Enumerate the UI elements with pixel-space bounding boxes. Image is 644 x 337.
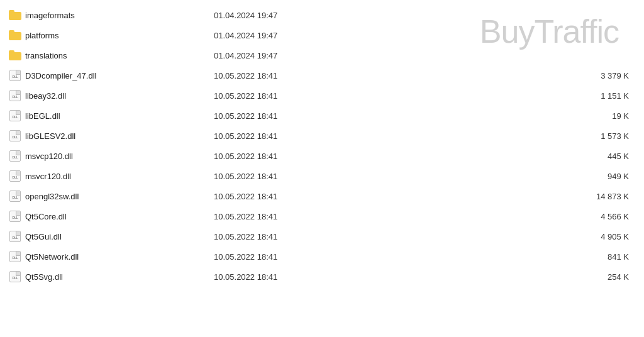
file-name: platforms: [25, 31, 214, 40]
table-row[interactable]: DLLQt5Network.dll10.05.2022 18:41841 K: [0, 246, 644, 267]
dll-icon: DLL: [9, 150, 21, 162]
file-date: 10.05.2022 18:41: [214, 252, 340, 262]
dll-icon: DLL: [9, 250, 21, 263]
table-row[interactable]: DLLlibeay32.dll10.05.2022 18:411 151 K: [0, 86, 644, 106]
dll-icon: DLL: [9, 89, 21, 102]
dll-icon: DLL: [9, 230, 21, 243]
file-name: Qt5Gui.dll: [25, 232, 214, 241]
file-name: libEGL.dll: [25, 111, 214, 121]
file-date: 01.04.2024 19:47: [214, 11, 340, 20]
dll-icon: DLL: [9, 190, 21, 202]
folder-icon: [9, 30, 21, 40]
file-date: 10.05.2022 18:41: [214, 131, 340, 141]
table-row[interactable]: DLLlibGLESV2.dll10.05.2022 18:411 573 K: [0, 126, 644, 146]
file-name: libeay32.dll: [25, 91, 214, 101]
file-date: 01.04.2024 19:47: [214, 51, 340, 60]
dll-icon: DLL: [9, 170, 21, 182]
file-size: 254 K: [340, 272, 639, 282]
file-list: imageformats01.04.2024 19:47platforms01.…: [0, 0, 644, 292]
file-date: 10.05.2022 18:41: [214, 91, 340, 101]
folder-icon: [9, 50, 21, 60]
file-date: 01.04.2024 19:47: [214, 31, 340, 40]
table-row[interactable]: DLLlibEGL.dll10.05.2022 18:4119 K: [0, 106, 644, 126]
table-row[interactable]: platforms01.04.2024 19:47: [0, 25, 644, 45]
table-row[interactable]: DLLD3Dcompiler_47.dll10.05.2022 18:413 3…: [0, 65, 644, 86]
table-row[interactable]: DLLQt5Gui.dll10.05.2022 18:414 905 K: [0, 226, 644, 246]
dll-icon: DLL: [9, 130, 21, 142]
table-row[interactable]: DLLQt5Svg.dll10.05.2022 18:41254 K: [0, 267, 644, 287]
file-size: 841 K: [340, 252, 639, 262]
file-name: opengl32sw.dll: [25, 192, 214, 201]
file-size: 14 873 K: [340, 192, 639, 201]
file-size: 3 379 K: [340, 71, 639, 80]
file-name: Qt5Core.dll: [25, 212, 214, 221]
file-name: msvcp120.dll: [25, 152, 214, 161]
folder-icon: [9, 10, 21, 20]
file-name: msvcr120.dll: [25, 172, 214, 181]
file-date: 10.05.2022 18:41: [214, 192, 340, 201]
file-date: 10.05.2022 18:41: [214, 272, 340, 282]
dll-icon: DLL: [9, 270, 21, 283]
file-date: 10.05.2022 18:41: [214, 212, 340, 221]
dll-icon: DLL: [9, 69, 21, 82]
table-row[interactable]: DLLopengl32sw.dll10.05.2022 18:4114 873 …: [0, 186, 644, 206]
table-row[interactable]: imageformats01.04.2024 19:47: [0, 5, 644, 25]
file-name: translations: [25, 51, 214, 60]
file-name: libGLESV2.dll: [25, 131, 214, 141]
file-date: 10.05.2022 18:41: [214, 71, 340, 80]
file-size: 19 K: [340, 111, 639, 121]
table-row[interactable]: DLLQt5Core.dll10.05.2022 18:414 566 K: [0, 206, 644, 226]
file-date: 10.05.2022 18:41: [214, 111, 340, 121]
dll-icon: DLL: [9, 109, 21, 122]
file-size: 4 566 K: [340, 212, 639, 221]
file-size: 949 K: [340, 172, 639, 181]
file-date: 10.05.2022 18:41: [214, 152, 340, 161]
file-size: 1 573 K: [340, 131, 639, 141]
file-name: Qt5Svg.dll: [25, 272, 214, 282]
file-size: 445 K: [340, 152, 639, 161]
table-row[interactable]: translations01.04.2024 19:47: [0, 45, 644, 65]
file-size: 4 905 K: [340, 232, 639, 241]
file-size: 1 151 K: [340, 91, 639, 101]
table-row[interactable]: DLLmsvcr120.dll10.05.2022 18:41949 K: [0, 166, 644, 186]
table-row[interactable]: DLLmsvcp120.dll10.05.2022 18:41445 K: [0, 146, 644, 166]
dll-icon: DLL: [9, 210, 21, 223]
file-date: 10.05.2022 18:41: [214, 172, 340, 181]
file-date: 10.05.2022 18:41: [214, 232, 340, 241]
file-name: imageformats: [25, 11, 214, 20]
file-name: Qt5Network.dll: [25, 252, 214, 262]
file-name: D3Dcompiler_47.dll: [25, 71, 214, 80]
